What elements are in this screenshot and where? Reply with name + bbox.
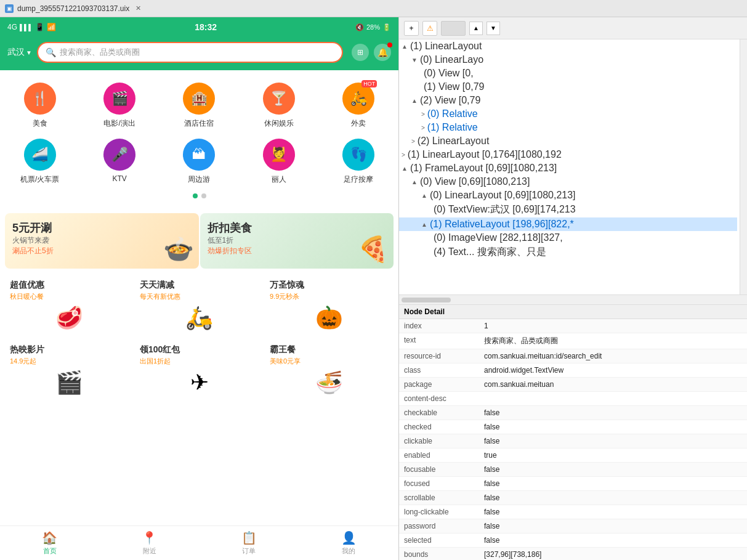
category-item-6[interactable]: 🎤 KTV bbox=[79, 134, 159, 190]
nav-item-首页[interactable]: 🏠 首页 bbox=[0, 526, 100, 560]
tree-text-12: (0) TextView:武汉 [0,69][174,213 bbox=[434, 203, 576, 216]
tree-toggle-1: ▼ bbox=[411, 57, 418, 63]
tree-item-10[interactable]: ▲(0) View [0,69][1080,213] bbox=[399, 175, 737, 189]
banner-0[interactable]: 5元开涮 火锅节来袭 涮品不止5折 🍲 bbox=[5, 213, 199, 269]
status-right: 🔇 28% 🔋 bbox=[355, 23, 391, 31]
category-item-4[interactable]: 🛵 HOT 外卖 bbox=[319, 78, 398, 134]
detail-row-class: class android.widget.TextView bbox=[399, 363, 747, 378]
category-item-7[interactable]: 🏔 周边游 bbox=[159, 134, 239, 190]
category-item-2[interactable]: 🏨 酒店住宿 bbox=[159, 78, 239, 134]
tree-text-9: (1) FrameLayout [0,69][1080,213] bbox=[410, 163, 557, 174]
dot-1[interactable] bbox=[193, 193, 198, 198]
detail-key-class: class bbox=[399, 363, 479, 378]
detail-value-resource-id: com.sankuai.meituan:id/search_edit bbox=[479, 349, 747, 363]
category-label-0: 美食 bbox=[33, 118, 47, 129]
banner-img-0: 🍲 bbox=[163, 235, 194, 264]
pagination-dots bbox=[0, 190, 398, 203]
category-item-9[interactable]: 👣 足疗按摩 bbox=[319, 134, 398, 190]
tree-text-1: (0) LinearLayo bbox=[420, 54, 483, 65]
category-item-1[interactable]: 🎬 电影/演出 bbox=[79, 78, 159, 134]
tree-item-11[interactable]: ▲(0) LinearLayout [0,69][1080,213] bbox=[399, 189, 737, 202]
title-bar-close[interactable]: ✕ bbox=[135, 4, 141, 12]
tree-item-12[interactable]: (0) TextView:武汉 [0,69][174,213 bbox=[399, 202, 737, 217]
detail-value-package: com.sankuai.meituan bbox=[479, 378, 747, 392]
tree-item-5[interactable]: >(0) Relative bbox=[399, 107, 737, 121]
title-bar-text: dump_3955571221093703137.uix bbox=[17, 4, 129, 13]
warning-button[interactable]: ⚠ bbox=[422, 21, 437, 36]
bell-icon: 🔔 bbox=[378, 47, 388, 57]
grid-card-4[interactable]: 领100红包 出国1折起 ✈ bbox=[135, 338, 264, 402]
banner-img-1: 🍕 bbox=[358, 235, 389, 264]
grid-card-1[interactable]: 天天满减 每天有新优惠 🛵 bbox=[135, 274, 264, 337]
category-icon-1: 🎬 bbox=[103, 83, 135, 115]
grid-card-5[interactable]: 霸王餐 美味0元享 🍜 bbox=[265, 338, 394, 402]
nav-item-附近[interactable]: 📍 附近 bbox=[100, 526, 200, 560]
tree-item-8[interactable]: >(1) LinearLayout [0,1764][1080,192 bbox=[399, 148, 737, 161]
card-title-0: 超值优惠 bbox=[10, 280, 44, 291]
tree-item-2[interactable]: (0) View [0, bbox=[399, 67, 737, 80]
category-item-0[interactable]: 🍴 美食 bbox=[0, 78, 79, 134]
nav-label-0: 首页 bbox=[43, 546, 57, 556]
tree-item-7[interactable]: >(2) LinearLayout bbox=[399, 134, 737, 148]
banner-1[interactable]: 折扣美食 低至1折 劲爆折扣专区 🍕 bbox=[200, 213, 394, 269]
location-button[interactable]: 武汉 ▼ bbox=[7, 47, 32, 58]
tree-item-0[interactable]: ▲(1) LinearLayout bbox=[399, 39, 737, 53]
detail-row-content-desc: content-desc bbox=[399, 392, 747, 406]
up-button[interactable]: ▲ bbox=[469, 22, 483, 35]
tree-item-13[interactable]: ▲(1) RelativeLayout [198,96][822,* bbox=[399, 217, 737, 231]
categories-grid: 🍴 美食 🎬 电影/演出 🏨 酒店住宿 🍸 休闲娱乐 🛵 HOT 外卖 🚄 bbox=[0, 78, 398, 190]
hot-badge-4: HOT bbox=[361, 80, 377, 87]
category-label-2: 酒店住宿 bbox=[184, 118, 214, 129]
detail-row-scrollable: scrollable false bbox=[399, 491, 747, 505]
tree-item-1[interactable]: ▼(0) LinearLayo bbox=[399, 53, 737, 67]
screenshot-button[interactable] bbox=[441, 21, 466, 36]
detail-row-index: index 1 bbox=[399, 319, 747, 333]
card-title-5: 霸王餐 bbox=[270, 344, 296, 355]
tree-item-4[interactable]: ▲(2) View [0,79 bbox=[399, 94, 737, 107]
category-icon-5: 🚄 bbox=[24, 139, 56, 171]
category-item-8[interactable]: 💆 丽人 bbox=[239, 134, 318, 190]
detail-row-checked: checked false bbox=[399, 420, 747, 434]
category-item-3[interactable]: 🍸 休闲娱乐 bbox=[239, 78, 318, 134]
grid-card-0[interactable]: 超值优惠 秋日暖心餐 🥩 bbox=[5, 274, 134, 337]
nav-item-订单[interactable]: 📋 订单 bbox=[200, 526, 299, 560]
scroll-thumb[interactable] bbox=[402, 298, 451, 302]
category-icon-9: 👣 bbox=[342, 139, 374, 171]
horizontal-scrollbar[interactable] bbox=[399, 294, 747, 304]
down-button[interactable]: ▼ bbox=[487, 22, 500, 35]
search-icon: 🔍 bbox=[46, 47, 56, 57]
detail-row-focusable: focusable false bbox=[399, 463, 747, 477]
signal-bars: ▌▌▌ bbox=[20, 24, 33, 31]
tree-item-6[interactable]: >(1) Relative bbox=[399, 121, 737, 134]
expand-button[interactable]: + bbox=[404, 21, 419, 36]
nav-label-3: 我的 bbox=[342, 546, 355, 556]
search-area: 武汉 ▼ 🔍 搜索商家、品类或商圈 ⊞ 🔔 bbox=[0, 37, 398, 70]
notification-button[interactable]: 🔔 bbox=[374, 44, 391, 61]
tree-item-15[interactable]: (4) Text... 搜索商家、只是 bbox=[399, 245, 737, 260]
detail-value-class: android.widget.TextView bbox=[479, 363, 747, 378]
qr-code-button[interactable]: ⊞ bbox=[352, 44, 369, 61]
search-box[interactable]: 🔍 搜索商家、品类或商圈 bbox=[37, 42, 343, 63]
tree-toggle-10: ▲ bbox=[411, 179, 418, 185]
tree-item-3[interactable]: (1) View [0,79 bbox=[399, 80, 737, 94]
categories-section: 🍴 美食 🎬 电影/演出 🏨 酒店住宿 🍸 休闲娱乐 🛵 HOT 外卖 🚄 bbox=[0, 70, 398, 211]
dot-2[interactable] bbox=[201, 193, 206, 198]
grid-card-3[interactable]: 热映影片 14.9元起 🎬 bbox=[5, 338, 134, 402]
nav-item-我的[interactable]: 👤 我的 bbox=[299, 526, 398, 560]
tree-item-9[interactable]: ▲(1) FrameLayout [0,69][1080,213] bbox=[399, 161, 737, 175]
category-label-1: 电影/演出 bbox=[103, 118, 135, 129]
location-text: 武汉 bbox=[7, 47, 25, 58]
grid-card-2[interactable]: 万圣惊魂 9.9元秒杀 🎃 bbox=[265, 274, 394, 337]
category-icon-8: 💆 bbox=[263, 139, 295, 171]
tree-toggle-9: ▲ bbox=[402, 165, 408, 172]
detail-key-content-desc: content-desc bbox=[399, 392, 479, 406]
category-item-5[interactable]: 🚄 机票/火车票 bbox=[0, 134, 79, 190]
tree-item-14[interactable]: (0) ImageView [282,118][327, bbox=[399, 231, 737, 245]
detail-key-clickable: clickable bbox=[399, 434, 479, 448]
tree-scroll-area[interactable]: ▲(1) LinearLayout▼(0) LinearLayo(0) View… bbox=[399, 39, 747, 294]
detail-key-enabled: enabled bbox=[399, 448, 479, 463]
right-panel: + ⚠ ▲ ▼ ▲(1) LinearLayout▼(0) LinearLayo… bbox=[399, 17, 747, 560]
node-detail-title: Node Detail bbox=[399, 305, 747, 319]
detail-row-enabled: enabled true bbox=[399, 448, 747, 463]
card-sub-4: 出国1折起 bbox=[140, 357, 171, 366]
